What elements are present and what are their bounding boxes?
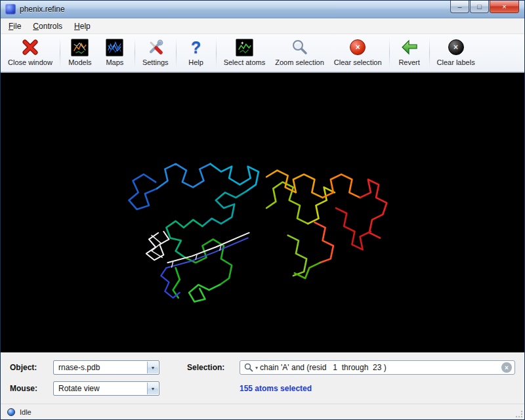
menu-help[interactable]: Help	[69, 20, 96, 33]
chevron-down-icon[interactable]: ▼	[147, 362, 158, 373]
toolbar-label: Models	[68, 58, 91, 66]
clear-selection-icon: ×	[350, 37, 366, 57]
titlebar[interactable]: phenix.refine – □ ×	[1, 1, 524, 18]
search-options-caret-icon[interactable]: ▾	[255, 365, 258, 371]
molecule-rendering	[1, 73, 524, 352]
menu-controls[interactable]: Controls	[28, 20, 68, 33]
select-atoms-icon	[236, 37, 253, 57]
toolbar-label: Clear selection	[334, 58, 382, 66]
toolbar-label: Help	[188, 58, 203, 66]
help-icon: ?	[191, 37, 201, 57]
clear-labels-icon: ×	[448, 37, 464, 57]
toolbar-separator	[176, 38, 177, 68]
selection-input[interactable]: ▾ chain 'A' and (resid 1 through 23 ) ×	[240, 360, 515, 375]
maps-icon	[106, 37, 123, 57]
toolbar-button-clear-selection[interactable]: × Clear selection	[329, 35, 387, 70]
toolbar-label: Close window	[8, 58, 52, 66]
minimize-button[interactable]: –	[450, 1, 469, 13]
phenix-window: phenix.refine – □ × File Controls Help C…	[0, 0, 525, 420]
models-icon	[71, 37, 89, 57]
resize-grip[interactable]	[515, 410, 523, 418]
toolbar-separator	[60, 38, 60, 68]
toolbar-button-help[interactable]: ? Help	[179, 35, 213, 70]
control-row-2: Mouse: Rotate view ▼ 155 atoms selected	[10, 378, 515, 399]
toolbar-button-clear-labels[interactable]: × Clear labels	[432, 35, 480, 70]
toolbar-separator	[216, 38, 217, 68]
toolbar-separator	[389, 38, 390, 68]
toolbar: Close window Models	[1, 34, 524, 72]
menu-file[interactable]: File	[3, 20, 26, 33]
selection-label: Selection:	[187, 363, 240, 372]
toolbar-button-close-window[interactable]: Close window	[3, 35, 57, 70]
control-row-1: Object: rnase-s.pdb ▼ Selection: ▾ chain…	[10, 357, 515, 378]
mouse-dropdown[interactable]: Rotate view ▼	[53, 381, 159, 396]
chevron-down-icon[interactable]: ▼	[147, 383, 158, 394]
toolbar-button-select-atoms[interactable]: Select atoms	[219, 35, 270, 70]
maximize-button[interactable]: □	[470, 1, 489, 13]
molecule-viewport[interactable]	[1, 72, 524, 352]
mouse-dropdown-value: Rotate view	[58, 384, 100, 393]
object-dropdown-value: rnase-s.pdb	[58, 363, 100, 372]
toolbar-label: Clear labels	[437, 58, 475, 66]
search-icon	[244, 363, 253, 372]
close-button[interactable]: ×	[490, 1, 519, 13]
status-led-icon	[7, 408, 15, 416]
toolbar-label: Revert	[398, 58, 419, 66]
object-label: Object:	[10, 363, 53, 372]
toolbar-button-settings[interactable]: Settings	[138, 35, 173, 70]
toolbar-label: Zoom selection	[275, 58, 324, 66]
toolbar-button-models[interactable]: Models	[63, 35, 97, 70]
mouse-label: Mouse:	[10, 384, 53, 393]
toolbar-button-zoom-selection[interactable]: Zoom selection	[270, 35, 329, 70]
control-panel: Object: rnase-s.pdb ▼ Selection: ▾ chain…	[1, 352, 524, 404]
toolbar-separator	[429, 38, 430, 68]
window-buttons: – □ ×	[450, 1, 519, 13]
toolbar-button-revert[interactable]: Revert	[392, 35, 427, 70]
menubar: File Controls Help	[1, 18, 524, 34]
revert-icon	[400, 37, 419, 57]
status-bar: Idle	[1, 404, 524, 419]
status-text: Idle	[20, 408, 32, 416]
close-window-icon	[22, 37, 39, 57]
zoom-selection-icon	[291, 37, 308, 57]
toolbar-label: Settings	[142, 58, 169, 66]
toolbar-label: Select atoms	[224, 58, 266, 66]
toolbar-separator	[135, 38, 135, 68]
app-icon	[5, 4, 16, 14]
object-dropdown[interactable]: rnase-s.pdb ▼	[53, 360, 159, 375]
selection-value: chain 'A' and (resid 1 through 23 )	[260, 363, 499, 372]
settings-icon	[147, 37, 164, 57]
window-title: phenix.refine	[20, 5, 65, 14]
atoms-selected-status: 155 atoms selected	[240, 384, 312, 393]
selection-clear-icon[interactable]: ×	[501, 362, 512, 373]
toolbar-label: Maps	[106, 58, 123, 66]
toolbar-button-maps[interactable]: Maps	[98, 35, 132, 70]
